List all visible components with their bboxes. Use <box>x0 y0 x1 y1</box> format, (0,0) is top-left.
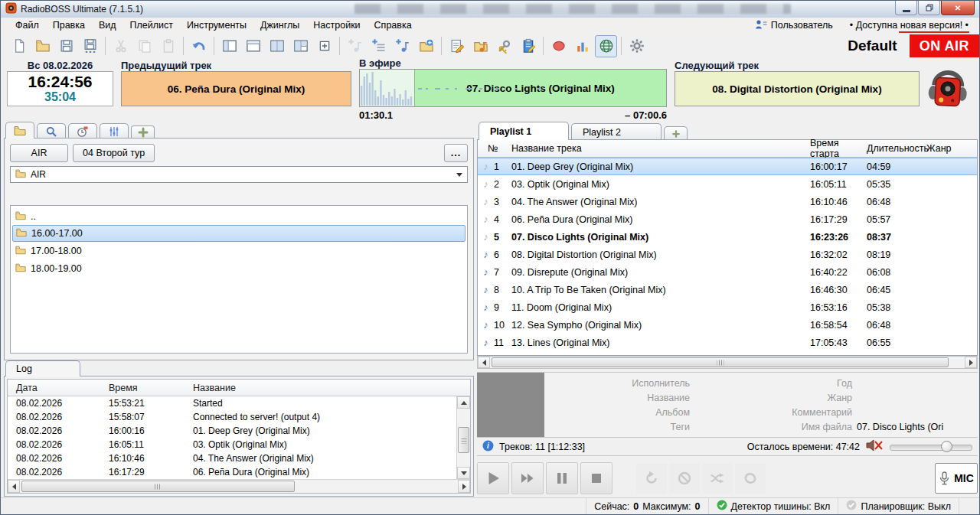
folder-item[interactable]: 16.00-17.00 <box>12 225 466 242</box>
playlist-row[interactable]: ♪507. Disco Lights (Original Mix)16:23:2… <box>478 228 977 246</box>
playlist-row[interactable]: ♪101. Deep Grey (Original Mix)16:00:1704… <box>478 158 977 175</box>
block-button[interactable] <box>669 463 700 494</box>
tab-folder[interactable] <box>5 122 34 139</box>
add-music-file-icon[interactable] <box>391 35 413 57</box>
title-bar[interactable]: RadioBOSS Ultimate (7.1.5.1) ✕ <box>1 1 979 18</box>
folder-path-dropdown[interactable]: AIR <box>10 166 468 183</box>
paste-icon[interactable] <box>157 35 179 57</box>
tools-icon[interactable] <box>493 35 515 57</box>
tab-cart-wall[interactable] <box>100 123 129 139</box>
pause-button[interactable] <box>546 462 578 494</box>
tab-log[interactable]: Log <box>5 360 80 376</box>
tab-playlist-2[interactable]: Playlist 2 <box>571 123 662 140</box>
cut-icon[interactable] <box>109 35 132 57</box>
waveform-position-bar[interactable] <box>360 70 415 106</box>
menu-jingles[interactable]: Джинглы <box>253 18 306 32</box>
scroll-left-icon[interactable] <box>8 480 20 493</box>
repeat-button[interactable] <box>636 463 667 494</box>
playlist-row[interactable]: ♪810. A Trip To Be Taken (Original Mix)1… <box>478 281 977 298</box>
mute-icon[interactable] <box>866 439 884 454</box>
folder-item[interactable]: 17.00-18.00 <box>12 242 466 259</box>
scroll-up-icon[interactable] <box>457 396 470 409</box>
menu-settings[interactable]: Настройки <box>306 18 367 32</box>
log-col-name[interactable]: Название <box>190 383 470 393</box>
save-playlist-as-icon[interactable] <box>79 35 101 57</box>
log-row[interactable]: 08.02.202616:05:1103. Optik (Original Mi… <box>8 438 456 451</box>
copy-icon[interactable] <box>133 35 155 57</box>
log-horizontal-scrollbar[interactable] <box>8 479 470 493</box>
tab-add-tab[interactable] <box>131 125 155 139</box>
menu-help[interactable]: Справка <box>368 18 419 32</box>
col-genre[interactable]: Жанр <box>926 143 977 154</box>
library-button-round2[interactable]: 04 Второй тур <box>73 144 155 162</box>
open-playlist-icon[interactable] <box>31 35 54 57</box>
shuffle-button[interactable] <box>702 463 733 494</box>
log-col-date[interactable]: Дата <box>8 383 106 393</box>
add-playlist-tab-button[interactable] <box>664 126 688 140</box>
log-row[interactable]: 08.02.202616:00:1601. Deep Grey (Origina… <box>8 424 456 438</box>
menu-view[interactable]: Вид <box>92 18 123 32</box>
playlist-row[interactable]: ♪1113. Lines (Original Mix)17:05:4306:55 <box>478 334 977 351</box>
folder-item[interactable]: .. <box>12 207 466 225</box>
playlist-row[interactable]: ♪1012. Sea Sympho (Original Mix)16:58:54… <box>478 316 977 334</box>
silence-detector-toggle[interactable]: Детектор тишины: Вкл <box>709 500 838 513</box>
menu-file[interactable]: Файл <box>8 18 46 32</box>
col-track-title[interactable]: Название трека <box>511 143 810 154</box>
profile-label[interactable]: Default <box>848 37 897 54</box>
scheduler-toggle[interactable]: Планировщик: Выкл <box>838 500 959 513</box>
play-button[interactable] <box>477 462 509 494</box>
report-icon[interactable] <box>446 35 468 57</box>
library-more-button[interactable]: ... <box>444 144 468 162</box>
scroll-right-icon[interactable] <box>965 357 977 368</box>
volume-slider-thumb[interactable] <box>941 441 952 452</box>
menu-edit[interactable]: Правка <box>46 18 92 32</box>
playlist-horizontal-scrollbar[interactable] <box>477 356 978 369</box>
add-track-icon[interactable] <box>344 35 366 57</box>
internet-broadcast-icon[interactable] <box>595 35 617 57</box>
scroll-down-icon[interactable] <box>457 467 470 479</box>
folder-item[interactable]: 18.00-19.00 <box>12 259 466 277</box>
playlist-row[interactable]: ♪911. Doom (Original Mix)16:53:1605:38 <box>478 298 977 316</box>
new-playlist-icon[interactable] <box>8 35 30 57</box>
tab-scheduler[interactable] <box>68 123 97 139</box>
user-menu[interactable]: Пользователь <box>755 19 833 31</box>
log-col-time[interactable]: Время <box>106 383 190 393</box>
playlist-editor-icon[interactable] <box>517 35 539 57</box>
minimize-button[interactable] <box>895 1 917 15</box>
menu-playlist[interactable]: Плейлист <box>123 18 180 32</box>
log-row[interactable]: 08.02.202616:10:4604. The Answer (Origin… <box>8 451 456 465</box>
volume-slider[interactable] <box>890 440 972 454</box>
previous-track-deck[interactable]: 06. Peña Dura (Original Mix) <box>121 71 351 106</box>
info-icon[interactable]: i <box>482 440 494 454</box>
layout-add-pane-icon[interactable] <box>313 35 335 57</box>
record-icon[interactable] <box>547 35 570 57</box>
scroll-right-icon[interactable] <box>458 480 470 493</box>
tab-search[interactable] <box>37 123 66 139</box>
close-button[interactable]: ✕ <box>941 1 975 15</box>
playlist-row[interactable]: ♪203. Optik (Original Mix)16:05:1105:35 <box>478 175 977 193</box>
add-folder-icon[interactable] <box>415 35 437 57</box>
music-library-icon[interactable] <box>469 35 492 57</box>
playlist-row[interactable]: ♪304. The Answer (Original Mix)16:10:460… <box>478 193 977 210</box>
on-air-deck[interactable]: 07. Disco Lights (Original Mix) <box>359 69 667 107</box>
fast-forward-button[interactable] <box>511 462 544 494</box>
log-row[interactable]: 08.02.202615:58:07Connected to server! (… <box>8 410 456 424</box>
update-notice-link[interactable]: • Доступна новая версия! • <box>847 20 972 31</box>
layout-grid-icon[interactable] <box>289 35 312 57</box>
layout-columns-icon[interactable] <box>266 35 288 57</box>
library-button-air[interactable]: AIR <box>10 144 68 162</box>
scroll-left-icon[interactable] <box>478 357 490 368</box>
settings-icon[interactable] <box>626 35 648 57</box>
save-playlist-icon[interactable] <box>55 35 77 57</box>
mic-button[interactable]: MIC <box>935 463 978 494</box>
stop-button[interactable] <box>580 462 612 494</box>
layout-left-pane-icon[interactable] <box>218 35 240 57</box>
tab-playlist-1[interactable]: Playlist 1 <box>479 122 569 140</box>
layout-single-icon[interactable] <box>242 35 264 57</box>
loop-button[interactable] <box>735 463 766 494</box>
col-number[interactable]: № <box>478 143 511 154</box>
col-duration[interactable]: Длительность <box>867 143 926 154</box>
playlist-row[interactable]: ♪709. Disrepute (Original Mix)16:40:2206… <box>478 263 977 281</box>
log-row[interactable]: 08.02.202615:53:21Started <box>8 396 456 410</box>
playlist-row[interactable]: ♪406. Peña Dura (Original Mix)16:17:2905… <box>478 210 977 228</box>
